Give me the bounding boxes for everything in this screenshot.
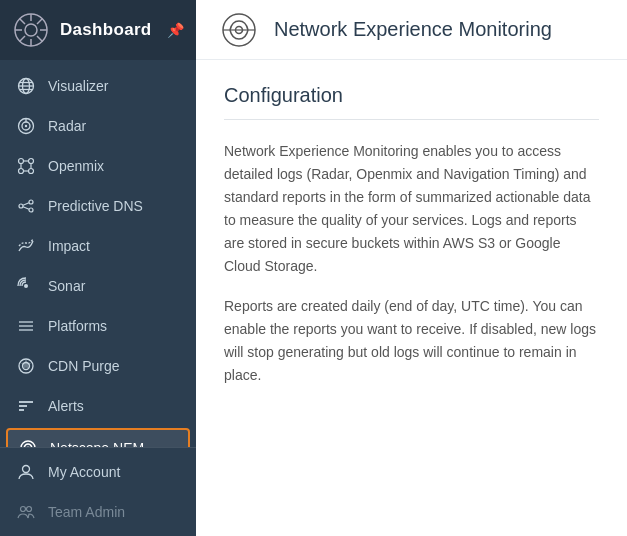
sidebar: Dashboard 📌 Visualizer <box>0 0 196 536</box>
pin-icon: 📌 <box>167 22 184 38</box>
sidebar-item-predictive-dns-label: Predictive DNS <box>48 198 143 214</box>
platforms-icon <box>16 316 36 336</box>
sidebar-item-my-account-label: My Account <box>48 464 120 480</box>
svg-point-43 <box>23 466 30 473</box>
sidebar-item-sonar-label: Sonar <box>48 278 85 294</box>
sidebar-item-team-admin-label: Team Admin <box>48 504 125 520</box>
sidebar-bottom: My Account Team Admin <box>0 447 196 536</box>
sidebar-item-platforms-label: Platforms <box>48 318 107 334</box>
sidebar-item-visualizer-label: Visualizer <box>48 78 108 94</box>
sidebar-nav: Visualizer Radar <box>0 60 196 447</box>
section-paragraph-2: Reports are created daily (end of day, U… <box>224 295 599 387</box>
sidebar-item-alerts[interactable]: Alerts <box>0 386 196 426</box>
sidebar-item-impact-label: Impact <box>48 238 90 254</box>
sidebar-item-platforms[interactable]: Platforms <box>0 306 196 346</box>
sonar-icon <box>16 276 36 296</box>
sidebar-header: Dashboard 📌 <box>0 0 196 60</box>
main-header: Network Experience Monitoring <box>196 0 627 60</box>
sidebar-item-team-admin[interactable]: Team Admin <box>0 492 196 532</box>
nem-icon <box>18 438 38 447</box>
svg-line-7 <box>37 36 43 42</box>
sidebar-item-radar[interactable]: Radar <box>0 106 196 146</box>
sidebar-item-radar-label: Radar <box>48 118 86 134</box>
sidebar-item-openmix[interactable]: Openmix <box>0 146 196 186</box>
main-content: Configuration Network Experience Monitor… <box>196 60 627 536</box>
cdn-purge-icon <box>16 356 36 376</box>
section-title: Configuration <box>224 84 599 107</box>
svg-point-22 <box>29 169 34 174</box>
sidebar-item-my-account[interactable]: My Account <box>0 452 196 492</box>
sidebar-item-netscope-nem-label: Netscope NEM <box>50 440 144 447</box>
svg-line-30 <box>23 203 29 206</box>
svg-point-45 <box>27 507 32 512</box>
section-paragraph-1: Network Experience Monitoring enables yo… <box>224 140 599 279</box>
svg-line-31 <box>23 207 29 210</box>
sidebar-item-visualizer[interactable]: Visualizer <box>0 66 196 106</box>
svg-point-29 <box>29 208 33 212</box>
main-nem-icon <box>220 11 258 49</box>
alerts-icon <box>16 396 36 416</box>
dashboard-icon <box>12 11 50 49</box>
impact-icon <box>16 236 36 256</box>
svg-point-19 <box>19 159 24 164</box>
sidebar-title: Dashboard <box>60 20 152 40</box>
svg-point-1 <box>25 24 37 36</box>
svg-point-28 <box>29 200 33 204</box>
team-icon <box>16 502 36 522</box>
svg-line-9 <box>20 36 26 42</box>
main-header-title: Network Experience Monitoring <box>274 18 552 41</box>
predictive-dns-icon <box>16 196 36 216</box>
sidebar-item-impact[interactable]: Impact <box>0 226 196 266</box>
sidebar-item-predictive-dns[interactable]: Predictive DNS <box>0 186 196 226</box>
section-divider <box>224 119 599 120</box>
sidebar-item-cdn-purge-label: CDN Purge <box>48 358 120 374</box>
openmix-icon <box>16 156 36 176</box>
sidebar-item-alerts-label: Alerts <box>48 398 84 414</box>
radar-icon <box>16 116 36 136</box>
sidebar-item-netscope-nem[interactable]: Netscope NEM <box>6 428 190 447</box>
sidebar-item-cdn-purge[interactable]: CDN Purge <box>0 346 196 386</box>
svg-point-20 <box>29 159 34 164</box>
svg-line-8 <box>37 19 43 25</box>
account-icon <box>16 462 36 482</box>
svg-point-44 <box>21 507 26 512</box>
svg-line-6 <box>20 19 26 25</box>
main-content-area: Network Experience Monitoring Configurat… <box>196 0 627 536</box>
sidebar-item-sonar[interactable]: Sonar <box>0 266 196 306</box>
svg-point-17 <box>25 125 27 127</box>
svg-point-27 <box>19 204 23 208</box>
svg-point-21 <box>19 169 24 174</box>
sidebar-item-openmix-label: Openmix <box>48 158 104 174</box>
globe-icon <box>16 76 36 96</box>
svg-point-32 <box>24 284 28 288</box>
